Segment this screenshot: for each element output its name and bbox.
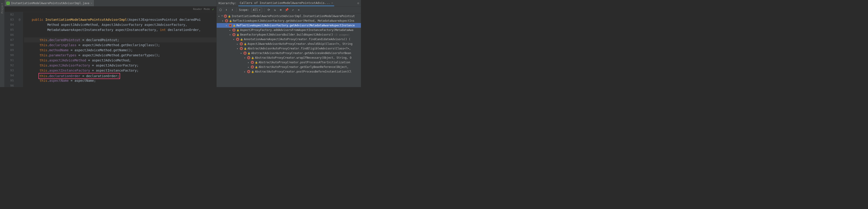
class-hierarchy-icon[interactable]: ⬡: [218, 8, 222, 12]
editor-header: Reader Mode ✓: [5, 6, 216, 12]
chevron-right-icon[interactable]: ▸: [247, 66, 250, 68]
tree-node[interactable]: ▾ m 🔒 AbstractAdvisorAutoProxyCreator.ge…: [217, 51, 361, 55]
usages-count: (3 usages): [335, 33, 350, 36]
line-number: 88: [5, 43, 14, 48]
tree-node[interactable]: ▾ * m 🔒 InstantiationModelAwarePointcutA…: [217, 14, 361, 19]
chevron-down-icon[interactable]: ▾: [229, 33, 231, 36]
hierarchy-tree: ▾ * m 🔒 InstantiationModelAwarePointcutA…: [217, 14, 361, 87]
annotation-gutter: @: [16, 12, 23, 87]
gear-icon[interactable]: ⚙: [357, 1, 359, 5]
star-icon: *: [221, 15, 223, 18]
code-line: [24, 12, 216, 17]
line-number: 86: [5, 32, 14, 37]
code-line: this.methodName = aspectJAdviceMethod.ge…: [24, 48, 216, 53]
lock-icon: 🔒: [237, 29, 239, 31]
lock-icon: 🔒: [248, 52, 250, 54]
subtypes-icon[interactable]: ⬇: [230, 8, 234, 12]
hierarchy-tab[interactable]: Callers of InstantiationModelAwarePointc…: [238, 0, 334, 6]
tab-bar: C InstantiationModelAwarePointcutAdvisor…: [5, 0, 216, 6]
tree-node-label: AbstractAdvisorAutoProxyCreator.getAdvic…: [251, 52, 351, 55]
refresh-icon[interactable]: ⟳: [267, 8, 271, 12]
lock-icon: 🔒: [229, 20, 232, 22]
chevron-down-icon[interactable]: ▾: [240, 52, 243, 54]
method-icon: m: [232, 28, 236, 32]
chevron-down-icon[interactable]: ▾: [225, 24, 228, 27]
line-number: 83: [5, 17, 14, 22]
code-line: Method aspectJAdviceMethod, AspectJAdvis…: [24, 22, 216, 27]
chevron-down-icon[interactable]: ▾: [232, 38, 235, 41]
chevron-down-icon[interactable]: ▾: [243, 57, 246, 59]
tree-node[interactable]: ▾ m 🔒 AbstractAutoProxyCreator.wrapIfNec…: [217, 55, 361, 60]
chevron-down-icon[interactable]: ▾: [236, 47, 239, 50]
tree-node[interactable]: ▾ m 🔒 ReflectiveAspectJAdvisorFactory.ge…: [217, 19, 361, 23]
close-icon[interactable]: ✕: [91, 2, 92, 5]
tree-node[interactable]: ▸ m 🔒 AbstractAutoProxyCreator.postProce…: [217, 60, 361, 65]
line-number: 89: [5, 48, 14, 53]
code-line: MetadataAwareAspectInstanceFactory aspec…: [24, 27, 216, 32]
tree-node-label: AspectJAwareAdvisorAutoProxyCreator.shou…: [248, 42, 352, 46]
line-gutter: 82 83 84 85 86 87 88 89 90 91 92 93 94 9…: [5, 12, 16, 87]
check-icon[interactable]: ✓: [212, 7, 214, 11]
method-icon: m: [243, 52, 247, 55]
tree-node-label: AbstractAutoProxyCreator.getEarlyBeanRef…: [258, 66, 348, 69]
code-line: this.aspectJAdviceMethod = aspectJAdvice…: [24, 58, 216, 63]
code-line-highlighted: this.declarationOrder = declarationOrder…: [24, 73, 216, 78]
line-number: 84: [5, 22, 14, 27]
tree-node[interactable]: ▾ m 🔒 AbstractAdvisorAutoProxyCreator.fi…: [217, 46, 361, 51]
tree-node-label: BeanFactoryAspectJAdvisorsBuilder.buildA…: [240, 33, 334, 36]
autoscroll-icon[interactable]: ⇲: [273, 8, 277, 12]
expand-all-icon[interactable]: ≡: [279, 8, 283, 12]
method-icon: m: [251, 66, 254, 69]
code-area[interactable]: public InstantiationModelAwarePointcutAd…: [23, 12, 216, 87]
line-number: 87: [5, 37, 14, 43]
tree-node[interactable]: ▸ m 🔒 AspectJAwareAdvisorAutoProxyCreato…: [217, 42, 361, 46]
lock-icon: 🔒: [255, 61, 258, 64]
supertypes-icon[interactable]: ⬆: [224, 8, 228, 12]
tree-node-selected[interactable]: ▾ m 🔒 ReflectiveAspectJAdvisorFactory.ge…: [217, 23, 361, 28]
sidebar-tab-project[interactable]: Project: [0, 1, 4, 15]
chevron-down-icon[interactable]: ▾: [218, 15, 220, 18]
tree-node[interactable]: ▸ m 🔒 AbstractAutoProxyCreator.postProce…: [217, 69, 361, 74]
close-icon[interactable]: ✕: [332, 1, 333, 4]
lock-icon: 🔒: [251, 57, 254, 59]
pin-icon[interactable]: 📌: [285, 8, 288, 12]
reader-mode-label[interactable]: Reader Mode: [193, 8, 210, 10]
code-line: [24, 32, 216, 37]
file-tab[interactable]: C InstantiationModelAwarePointcutAdvisor…: [5, 0, 94, 6]
chevron-right-icon[interactable]: ▸: [236, 43, 239, 45]
method-icon: m: [251, 61, 254, 64]
lock-icon: 🔒: [228, 15, 231, 18]
close-icon[interactable]: ✕: [297, 8, 301, 12]
method-icon: m: [240, 42, 243, 46]
line-number: 94: [5, 73, 14, 78]
line-number: 90: [5, 53, 14, 58]
hierarchy-header: Hierarchy: Callers of InstantiationModel…: [217, 0, 361, 6]
tree-node[interactable]: ▸ m 🔒 AbstractAutoProxyCreator.getEarlyB…: [217, 65, 361, 69]
tree-node-label: AspectJProxyFactory.addAdvisorsFromAspec…: [240, 28, 353, 32]
tree-node[interactable]: ▾ m 🔒 BeanFactoryAspectJAdvisorsBuilder.…: [217, 32, 361, 37]
hierarchy-title: Hierarchy:: [218, 1, 237, 5]
chevron-right-icon[interactable]: ▸: [243, 71, 246, 73]
lock-icon: 🔒: [244, 47, 247, 50]
tree-node-label: ReflectiveAspectJAdvisorFactory.getAdvis…: [237, 24, 355, 27]
line-number: 96: [5, 83, 14, 87]
scope-select[interactable]: All ▾: [251, 8, 262, 12]
java-class-icon: C: [6, 2, 10, 5]
chevron-right-icon[interactable]: ▸: [247, 61, 250, 64]
tree-node[interactable]: ▾ m 🔒 AnnotationAwareAspectJAutoProxyCre…: [217, 37, 361, 42]
tree-node-label: AbstractAutoProxyCreator.wrapIfNecessary…: [255, 56, 351, 59]
export-icon[interactable]: ↗: [291, 8, 294, 12]
code-line: this.declaringClass = aspectJAdviceMetho…: [24, 43, 216, 48]
lock-icon: 🔒: [240, 38, 243, 41]
lock-icon: 🔒: [237, 33, 239, 36]
tree-node-label: AbstractAdvisorAutoProxyCreator.findElig…: [248, 47, 351, 50]
file-tab-label: InstantiationModelAwarePointcutAdvisorIm…: [11, 2, 89, 5]
chevron-right-icon[interactable]: ▸: [229, 29, 231, 31]
tree-node[interactable]: ▸ m 🔒 AspectJProxyFactory.addAdvisorsFro…: [217, 28, 361, 32]
line-number: 92: [5, 63, 14, 68]
editor-body: 82 83 84 85 86 87 88 89 90 91 92 93 94 9…: [5, 12, 216, 87]
chevron-down-icon[interactable]: ▾: [221, 20, 224, 22]
method-icon: m: [232, 33, 236, 36]
method-icon: m: [229, 24, 232, 27]
tree-node-label: AbstractAutoProxyCreator.postProcessBefo…: [255, 70, 351, 73]
